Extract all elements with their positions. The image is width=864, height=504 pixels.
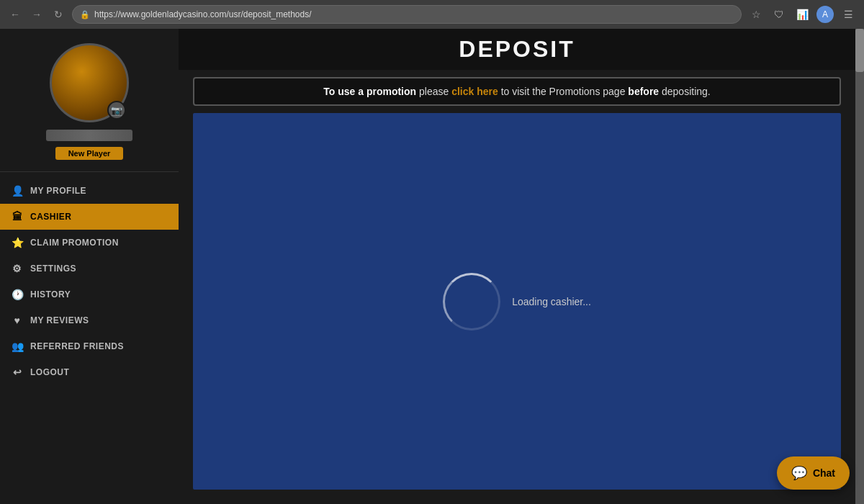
chat-icon: 💬: [791, 465, 807, 481]
friends-icon: 👥: [12, 341, 23, 352]
sidebar-item-settings[interactable]: ⚙ SETTINGS: [0, 256, 179, 282]
browser-chrome: ← → ↻ 🔒 https://www.goldenladycasino.com…: [0, 0, 864, 29]
address-bar[interactable]: 🔒 https://www.goldenladycasino.com/usr/d…: [72, 5, 742, 24]
refresh-button[interactable]: ↻: [50, 6, 66, 22]
profile-icon: 👤: [12, 185, 23, 197]
browser-actions: ☆ 🛡 📊 A ☰: [747, 6, 857, 23]
history-icon[interactable]: 📊: [793, 6, 811, 23]
bookmark-icon[interactable]: ☆: [747, 6, 765, 23]
promo-link[interactable]: click here: [451, 86, 498, 97]
sidebar-item-my-profile[interactable]: 👤 MY PROFILE: [0, 178, 179, 204]
heart-icon: ♥: [12, 315, 23, 326]
sidebar-item-label-referred-friends: REFERRED FRIENDS: [30, 341, 124, 351]
new-player-badge: New Player: [55, 147, 124, 160]
sidebar-item-label-cashier: CASHIER: [30, 212, 72, 222]
scrollbar-thumb[interactable]: [855, 29, 864, 72]
page-header: DEPOSIT: [179, 29, 855, 70]
chat-button[interactable]: 💬 Chat: [777, 456, 850, 490]
forward-button[interactable]: →: [29, 6, 45, 22]
sidebar-item-label-my-profile: MY PROFILE: [30, 186, 86, 196]
avatar-container: 📷: [50, 43, 129, 122]
sidebar: 📷 New Player 👤 MY PROFILE 🏛 CASHIER ⭐ CL…: [0, 29, 179, 504]
loading-spinner: [443, 273, 500, 330]
loading-container: Loading cashier...: [443, 273, 591, 330]
star-icon: ⭐: [12, 237, 23, 248]
promo-text-before-word: before: [628, 86, 659, 97]
username-bar: [46, 130, 132, 141]
camera-icon[interactable]: 📷: [107, 101, 126, 120]
scrollbar[interactable]: [855, 29, 864, 504]
back-button[interactable]: ←: [7, 6, 23, 22]
chat-label: Chat: [813, 467, 835, 479]
sidebar-item-label-claim-promotion: CLAIM PROMOTION: [30, 238, 119, 248]
menu-icon[interactable]: ☰: [840, 6, 857, 23]
page-title: DEPOSIT: [193, 36, 841, 63]
promo-text-end: depositing.: [662, 86, 711, 97]
sidebar-item-referred-friends[interactable]: 👥 REFERRED FRIENDS: [0, 333, 179, 359]
nav-menu: 👤 MY PROFILE 🏛 CASHIER ⭐ CLAIM PROMOTION…: [0, 172, 179, 391]
url-text: https://www.goldenladycasino.com/usr/dep…: [94, 9, 312, 19]
sidebar-item-label-settings: SETTINGS: [30, 264, 76, 274]
sidebar-item-cashier[interactable]: 🏛 CASHIER: [0, 204, 179, 230]
promo-text-before: To use a promotion: [323, 86, 416, 97]
loading-text: Loading cashier...: [512, 296, 591, 307]
sidebar-item-logout[interactable]: ↩ LOGOUT: [0, 359, 179, 385]
cashier-icon: 🏛: [12, 211, 23, 222]
shield-icon[interactable]: 🛡: [770, 6, 788, 23]
clock-icon: 🕐: [12, 289, 23, 300]
promo-text-after: to visit the Promotions page: [501, 86, 629, 97]
sidebar-item-label-logout: LOGOUT: [30, 367, 69, 377]
user-account-icon[interactable]: A: [816, 6, 834, 23]
cashier-frame: Loading cashier...: [193, 113, 841, 490]
settings-icon: ⚙: [12, 263, 23, 274]
sidebar-item-label-history: HISTORY: [30, 289, 71, 300]
sidebar-item-history[interactable]: 🕐 HISTORY: [0, 282, 179, 307]
main-content: DEPOSIT To use a promotion please click …: [179, 29, 855, 504]
sidebar-item-my-reviews[interactable]: ♥ MY REVIEWS: [0, 307, 179, 333]
promo-banner: To use a promotion please click here to …: [193, 77, 841, 106]
sidebar-item-label-my-reviews: MY REVIEWS: [30, 315, 89, 325]
sidebar-item-claim-promotion[interactable]: ⭐ CLAIM PROMOTION: [0, 230, 179, 256]
promo-text-please: please: [419, 86, 451, 97]
logout-icon: ↩: [12, 366, 23, 378]
main-layout: 📷 New Player 👤 MY PROFILE 🏛 CASHIER ⭐ CL…: [0, 29, 864, 504]
lock-icon: 🔒: [80, 10, 90, 19]
user-profile-section: 📷 New Player: [0, 29, 179, 172]
